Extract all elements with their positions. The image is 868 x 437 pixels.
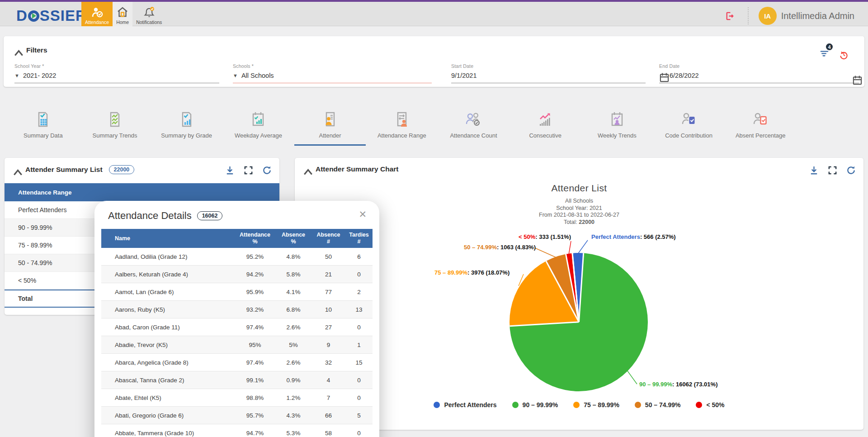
value-cell: 94.7%	[235, 430, 275, 437]
value-cell: 4.1%	[275, 289, 311, 295]
start-date-field[interactable]: Start Date 9/1/2021	[451, 63, 646, 83]
table-row[interactable]: Abad, Caron (Grade 11)97.4%2.6%270	[101, 318, 373, 336]
chart-subtitle-line: School Year: 2021	[295, 205, 863, 212]
table-row[interactable]: Abbate, Tammera (Grade 10)94.7%5.3%580	[101, 424, 373, 437]
value-cell: 77	[311, 289, 345, 295]
fullscreen-icon[interactable]	[243, 165, 254, 176]
legend-label: 50 – 74.99%	[645, 401, 681, 408]
value-cell: 9	[311, 342, 345, 348]
end-date-field[interactable]: End Date 6/28/2022	[659, 63, 859, 83]
chart-subtitle-line: From 2021-08-31 to 2022-06-27	[295, 212, 863, 219]
tab-label: Attendance Range	[377, 132, 426, 139]
chart-subtitle: All Schools School Year: 2021 From 2021-…	[295, 198, 863, 226]
table-row[interactable]: Aadland, Odilia (Grade 12)95.2%4.8%506	[101, 248, 373, 266]
legend-item[interactable]: 75 – 89.99%	[573, 401, 619, 408]
value-cell: 0.9%	[275, 377, 311, 384]
tab-label: Weekly Trends	[598, 132, 637, 139]
list-column-header: Attendance Range	[5, 183, 279, 201]
nav-home[interactable]: Home	[113, 2, 132, 26]
tab-attendance-count[interactable]: Attendance Count	[438, 109, 509, 146]
summary-by-grade-icon	[178, 110, 196, 128]
pie-leader-line	[578, 240, 588, 253]
nav-notifications[interactable]: Notifications	[132, 2, 165, 26]
home-icon	[116, 6, 129, 19]
schools-value: All Schools	[241, 72, 274, 79]
legend-item[interactable]: < 50%	[696, 401, 724, 408]
notifications-icon	[143, 6, 156, 19]
tab-weekly-trends[interactable]: Weekly Trends	[581, 109, 653, 146]
close-icon[interactable]: ✕	[359, 209, 367, 220]
value-cell: 1.2%	[275, 394, 311, 401]
table-row[interactable]: Aamot, Lan (Grade 6)95.9%4.1%772	[101, 283, 373, 301]
pie-slice-label: 90 – 99.99%: 16062 (73.01%)	[639, 381, 717, 388]
download-icon[interactable]	[809, 165, 819, 176]
value-cell: 10	[311, 306, 345, 313]
value-cell: 93.2%	[235, 306, 275, 313]
value-cell: 95.2%	[235, 253, 275, 260]
start-date-label: Start Date	[451, 63, 646, 69]
main-nav: AttendanceHomeNotifications	[81, 2, 165, 26]
calendar-picker-icon[interactable]	[852, 75, 859, 82]
applied-filters-button[interactable]: 4	[819, 43, 830, 60]
value-cell: 95.9%	[235, 289, 275, 295]
value-cell: 4.8%	[275, 253, 311, 260]
schools-field[interactable]: Schools * ▼ All Schools	[233, 63, 432, 83]
tab-summary-by-grade[interactable]: Summary by Grade	[151, 109, 222, 146]
collapse-chart-icon[interactable]	[303, 167, 309, 171]
table-row[interactable]: Abadie, Trevor (K5)95%5%91	[101, 336, 373, 354]
value-cell: 66	[311, 412, 345, 419]
table-row[interactable]: Abati, Gregorio (Grade 6)95.7%4.3%665	[101, 407, 373, 424]
value-cell: 98.8%	[235, 394, 275, 401]
table-row[interactable]: Abate, Ehtel (K5)98.8%1.2%70	[101, 389, 373, 407]
value-cell: 5%	[275, 342, 311, 348]
legend-item[interactable]: 90 – 99.99%	[512, 401, 558, 408]
refresh-icon[interactable]	[262, 165, 272, 176]
nav-attendance[interactable]: Attendance	[81, 2, 113, 26]
tab-consecutive[interactable]: Consecutive	[509, 109, 581, 146]
list-panel-title: Attender Summary List	[25, 166, 103, 174]
download-icon[interactable]	[225, 165, 235, 176]
legend-item[interactable]: Perfect Attenders	[434, 401, 496, 408]
attender-icon	[321, 110, 339, 128]
end-date-label: End Date	[659, 63, 859, 69]
legend-item[interactable]: 50 – 74.99%	[635, 401, 681, 408]
value-cell: 2.6%	[275, 324, 311, 331]
table-row[interactable]: Aarons, Ruby (K5)93.2%6.8%1013	[101, 301, 373, 318]
collapse-list-icon[interactable]	[13, 167, 19, 172]
logo-play-icon	[28, 10, 39, 22]
school-year-label: School Year *	[14, 63, 219, 69]
student-name-cell: Abascal, Tanna (Grade 2)	[101, 377, 235, 384]
refresh-icon[interactable]	[846, 165, 856, 176]
value-cell: 0	[345, 324, 373, 331]
chart-total-line: Total: 22000	[295, 219, 863, 226]
tab-attender[interactable]: Attender	[294, 109, 366, 146]
value-cell: 0	[345, 377, 373, 384]
dropdown-arrow-icon: ▼	[233, 73, 238, 78]
column-header: Absence#	[311, 232, 345, 245]
tab-label: Summary Data	[24, 132, 63, 139]
value-cell: 4	[311, 377, 345, 384]
value-cell: 0	[345, 430, 373, 437]
value-cell: 13	[345, 306, 373, 313]
summary-data-icon	[34, 110, 52, 128]
dossier-logo: DSSIER	[16, 7, 87, 24]
tab-attendance-range[interactable]: Attendance Range	[366, 109, 438, 146]
logout-icon[interactable]	[725, 11, 735, 21]
avatar[interactable]: IA	[759, 7, 777, 25]
school-year-field[interactable]: School Year * ▼ 2021- 2022	[14, 63, 219, 83]
fullscreen-icon[interactable]	[827, 165, 838, 176]
tab-code-contribution[interactable]: Code Contribution	[653, 109, 725, 146]
tab-weekday-average[interactable]: Weekday Average	[222, 109, 294, 146]
chart-subtitle-line: All Schools	[295, 198, 863, 205]
modal-title: Attendance Details	[108, 210, 192, 222]
nav-label: Notifications	[136, 19, 162, 25]
tab-absent-percentage[interactable]: Absent Percentage	[725, 109, 797, 146]
collapse-filters-icon[interactable]	[14, 48, 20, 52]
reset-filters-icon[interactable]	[839, 50, 849, 60]
table-row[interactable]: Abascal, Tanna (Grade 2)99.1%0.9%40	[101, 371, 373, 389]
filters-title: Filters	[26, 46, 47, 54]
tab-summary-data[interactable]: Summary Data	[7, 109, 79, 146]
table-row[interactable]: Aalbers, Keturah (Grade 4)94.2%5.8%210	[101, 266, 373, 283]
tab-summary-trends[interactable]: Summary Trends	[79, 109, 151, 146]
table-row[interactable]: Abarca, Angelica (Grade 8)97.4%2.6%3215	[101, 354, 373, 371]
